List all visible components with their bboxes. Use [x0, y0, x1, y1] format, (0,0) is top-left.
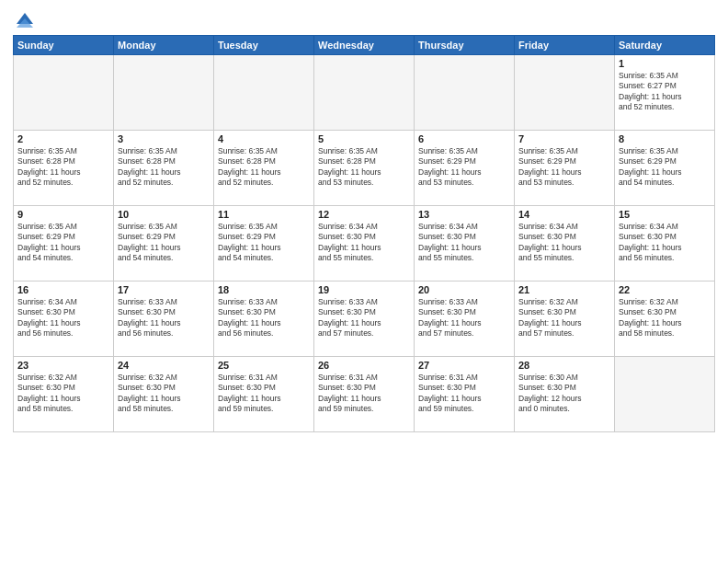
day-number: 4	[218, 133, 310, 144]
day-info: Sunrise: 6:31 AM Sunset: 6:30 PM Dayligh…	[418, 373, 510, 415]
day-info: Sunrise: 6:35 AM Sunset: 6:27 PM Dayligh…	[619, 71, 711, 113]
day-info: Sunrise: 6:35 AM Sunset: 6:29 PM Dayligh…	[418, 146, 510, 189]
calendar-cell: 8Sunrise: 6:35 AM Sunset: 6:29 PM Daylig…	[615, 131, 715, 206]
day-number: 24	[118, 360, 210, 371]
day-number: 27	[418, 360, 510, 371]
day-info: Sunrise: 6:33 AM Sunset: 6:30 PM Dayligh…	[218, 297, 310, 339]
day-number: 22	[619, 284, 711, 295]
day-number: 18	[218, 284, 310, 295]
header-sunday: Sunday	[14, 36, 114, 55]
day-info: Sunrise: 6:35 AM Sunset: 6:29 PM Dayligh…	[17, 222, 109, 264]
calendar-cell: 24Sunrise: 6:32 AM Sunset: 6:30 PM Dayli…	[114, 357, 214, 432]
calendar-cell	[114, 55, 214, 131]
day-number: 5	[318, 133, 410, 144]
day-info: Sunrise: 6:35 AM Sunset: 6:29 PM Dayligh…	[218, 222, 310, 264]
calendar-cell: 5Sunrise: 6:35 AM Sunset: 6:28 PM Daylig…	[314, 131, 415, 206]
day-info: Sunrise: 6:35 AM Sunset: 6:29 PM Dayligh…	[518, 146, 610, 189]
header-wednesday: Wednesday	[314, 36, 415, 55]
header-thursday: Thursday	[415, 36, 515, 55]
day-info: Sunrise: 6:32 AM Sunset: 6:30 PM Dayligh…	[17, 373, 109, 415]
day-number: 28	[518, 360, 610, 371]
calendar-cell: 12Sunrise: 6:34 AM Sunset: 6:30 PM Dayli…	[314, 206, 415, 282]
day-number: 7	[518, 133, 610, 144]
day-info: Sunrise: 6:35 AM Sunset: 6:28 PM Dayligh…	[118, 146, 210, 189]
day-info: Sunrise: 6:34 AM Sunset: 6:30 PM Dayligh…	[619, 222, 711, 264]
calendar-cell	[314, 55, 415, 131]
day-number: 8	[619, 133, 711, 144]
day-number: 21	[518, 284, 610, 295]
calendar-cell: 13Sunrise: 6:34 AM Sunset: 6:30 PM Dayli…	[415, 206, 515, 282]
day-number: 17	[118, 284, 210, 295]
calendar-cell: 23Sunrise: 6:32 AM Sunset: 6:30 PM Dayli…	[14, 357, 114, 432]
calendar-table: SundayMondayTuesdayWednesdayThursdayFrid…	[13, 35, 715, 432]
day-number: 14	[518, 209, 610, 220]
day-info: Sunrise: 6:35 AM Sunset: 6:29 PM Dayligh…	[118, 222, 210, 264]
calendar-cell	[515, 55, 615, 131]
day-number: 26	[318, 360, 410, 371]
day-info: Sunrise: 6:35 AM Sunset: 6:29 PM Dayligh…	[619, 146, 711, 189]
calendar-cell: 21Sunrise: 6:32 AM Sunset: 6:30 PM Dayli…	[515, 282, 615, 357]
calendar-cell: 14Sunrise: 6:34 AM Sunset: 6:30 PM Dayli…	[515, 206, 615, 282]
day-number: 9	[17, 209, 109, 220]
logo-icon	[15, 9, 35, 29]
day-number: 16	[17, 284, 109, 295]
calendar-cell	[214, 55, 314, 131]
calendar-header-row: SundayMondayTuesdayWednesdayThursdayFrid…	[14, 36, 715, 55]
calendar-week-1: 2Sunrise: 6:35 AM Sunset: 6:28 PM Daylig…	[14, 131, 715, 206]
day-info: Sunrise: 6:31 AM Sunset: 6:30 PM Dayligh…	[218, 373, 310, 415]
day-info: Sunrise: 6:35 AM Sunset: 6:28 PM Dayligh…	[17, 146, 109, 189]
calendar-cell: 4Sunrise: 6:35 AM Sunset: 6:28 PM Daylig…	[214, 131, 314, 206]
day-number: 12	[318, 209, 410, 220]
calendar-cell: 17Sunrise: 6:33 AM Sunset: 6:30 PM Dayli…	[114, 282, 214, 357]
day-number: 10	[118, 209, 210, 220]
day-info: Sunrise: 6:32 AM Sunset: 6:30 PM Dayligh…	[619, 297, 711, 339]
calendar-cell: 26Sunrise: 6:31 AM Sunset: 6:30 PM Dayli…	[314, 357, 415, 432]
calendar-cell: 9Sunrise: 6:35 AM Sunset: 6:29 PM Daylig…	[14, 206, 114, 282]
day-info: Sunrise: 6:33 AM Sunset: 6:30 PM Dayligh…	[118, 297, 210, 339]
calendar-cell: 25Sunrise: 6:31 AM Sunset: 6:30 PM Dayli…	[214, 357, 314, 432]
calendar-cell: 22Sunrise: 6:32 AM Sunset: 6:30 PM Dayli…	[615, 282, 715, 357]
header-tuesday: Tuesday	[214, 36, 314, 55]
calendar-week-3: 16Sunrise: 6:34 AM Sunset: 6:30 PM Dayli…	[14, 282, 715, 357]
header-saturday: Saturday	[615, 36, 715, 55]
day-number: 6	[418, 133, 510, 144]
day-number: 1	[619, 58, 711, 69]
calendar-cell: 11Sunrise: 6:35 AM Sunset: 6:29 PM Dayli…	[214, 206, 314, 282]
calendar-week-4: 23Sunrise: 6:32 AM Sunset: 6:30 PM Dayli…	[14, 357, 715, 432]
calendar-cell	[415, 55, 515, 131]
header-friday: Friday	[515, 36, 615, 55]
day-info: Sunrise: 6:34 AM Sunset: 6:30 PM Dayligh…	[17, 297, 109, 339]
day-info: Sunrise: 6:30 AM Sunset: 6:30 PM Dayligh…	[518, 373, 610, 415]
calendar-cell: 18Sunrise: 6:33 AM Sunset: 6:30 PM Dayli…	[214, 282, 314, 357]
day-number: 20	[418, 284, 510, 295]
day-number: 3	[118, 133, 210, 144]
calendar-cell: 15Sunrise: 6:34 AM Sunset: 6:30 PM Dayli…	[615, 206, 715, 282]
day-info: Sunrise: 6:34 AM Sunset: 6:30 PM Dayligh…	[318, 222, 410, 264]
calendar-cell: 2Sunrise: 6:35 AM Sunset: 6:28 PM Daylig…	[14, 131, 114, 206]
day-number: 25	[218, 360, 310, 371]
logo	[13, 9, 35, 29]
calendar-cell: 28Sunrise: 6:30 AM Sunset: 6:30 PM Dayli…	[515, 357, 615, 432]
day-info: Sunrise: 6:35 AM Sunset: 6:28 PM Dayligh…	[218, 146, 310, 189]
day-info: Sunrise: 6:34 AM Sunset: 6:30 PM Dayligh…	[418, 222, 510, 264]
calendar-cell: 19Sunrise: 6:33 AM Sunset: 6:30 PM Dayli…	[314, 282, 415, 357]
calendar-week-0: 1Sunrise: 6:35 AM Sunset: 6:27 PM Daylig…	[14, 55, 715, 131]
day-info: Sunrise: 6:32 AM Sunset: 6:30 PM Dayligh…	[518, 297, 610, 339]
day-info: Sunrise: 6:34 AM Sunset: 6:30 PM Dayligh…	[518, 222, 610, 264]
calendar-cell: 16Sunrise: 6:34 AM Sunset: 6:30 PM Dayli…	[14, 282, 114, 357]
day-info: Sunrise: 6:31 AM Sunset: 6:30 PM Dayligh…	[318, 373, 410, 415]
calendar-cell: 27Sunrise: 6:31 AM Sunset: 6:30 PM Dayli…	[415, 357, 515, 432]
calendar-cell: 6Sunrise: 6:35 AM Sunset: 6:29 PM Daylig…	[415, 131, 515, 206]
day-number: 23	[17, 360, 109, 371]
day-info: Sunrise: 6:32 AM Sunset: 6:30 PM Dayligh…	[118, 373, 210, 415]
day-number: 19	[318, 284, 410, 295]
day-info: Sunrise: 6:33 AM Sunset: 6:30 PM Dayligh…	[418, 297, 510, 339]
day-number: 13	[418, 209, 510, 220]
calendar-week-2: 9Sunrise: 6:35 AM Sunset: 6:29 PM Daylig…	[14, 206, 715, 282]
calendar-cell: 1Sunrise: 6:35 AM Sunset: 6:27 PM Daylig…	[615, 55, 715, 131]
day-info: Sunrise: 6:35 AM Sunset: 6:28 PM Dayligh…	[318, 146, 410, 189]
calendar-cell: 3Sunrise: 6:35 AM Sunset: 6:28 PM Daylig…	[114, 131, 214, 206]
calendar-cell	[14, 55, 114, 131]
calendar-cell: 10Sunrise: 6:35 AM Sunset: 6:29 PM Dayli…	[114, 206, 214, 282]
calendar-cell: 7Sunrise: 6:35 AM Sunset: 6:29 PM Daylig…	[515, 131, 615, 206]
